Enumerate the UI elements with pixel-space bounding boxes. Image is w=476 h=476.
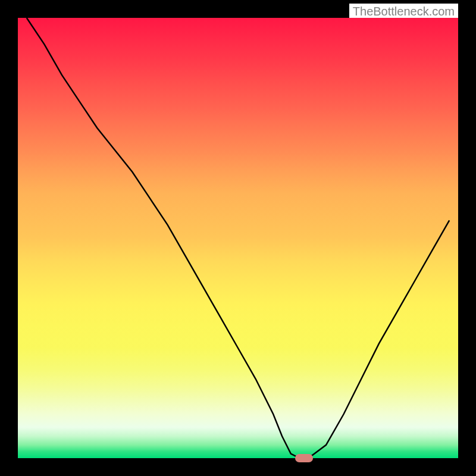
plot-area (18, 18, 458, 458)
watermark: TheBottleneck.com (349, 4, 458, 20)
chart-container: TheBottleneck.com (0, 0, 476, 476)
optimum-marker (295, 454, 313, 462)
bottleneck-curve (18, 18, 458, 458)
